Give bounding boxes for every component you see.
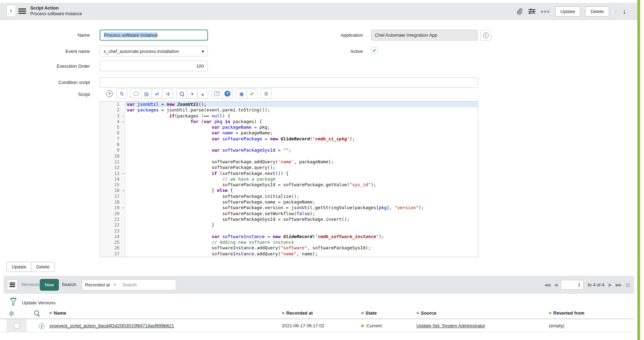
- event-name-select[interactable]: x_chef_automate.process.installation ▾: [100, 46, 208, 56]
- line-number: 21: [100, 217, 125, 222]
- code-line-18: 18 softwarePackage.name = packageName;: [100, 199, 478, 205]
- record-name-subtitle: Process software Instance: [30, 11, 82, 17]
- line-number: 17: [100, 194, 125, 199]
- column-header-reverted-from[interactable]: ≡Reverted from: [549, 310, 584, 316]
- list-settings-gear-icon[interactable]: ⚙: [9, 310, 14, 317]
- filter-funnel-icon[interactable]: [10, 298, 17, 307]
- header-update-button[interactable]: Update: [555, 6, 581, 17]
- column-header-name[interactable]: ≡Name: [49, 310, 66, 316]
- name-input[interactable]: Process software Instance: [100, 30, 208, 41]
- comment-button[interactable]: [130, 89, 141, 99]
- replace-all-icon: ⇉: [166, 91, 170, 96]
- column-header-recorded-at[interactable]: ≡Recorded at: [282, 310, 313, 316]
- code-fold-icon[interactable]: ▾: [122, 119, 124, 125]
- comment-icon: [134, 92, 138, 96]
- previous-record-icon[interactable]: ↑: [614, 7, 618, 16]
- collapse-list-icon[interactable]: ⊟: [625, 282, 630, 288]
- column-menu-icon: ≡: [416, 310, 419, 316]
- search-icon: [180, 92, 184, 96]
- personalize-form-icon[interactable]: [528, 8, 536, 15]
- code-fold-icon[interactable]: ▾: [122, 114, 124, 119]
- back-button[interactable]: ‹: [6, 5, 16, 17]
- line-number: 1: [100, 102, 125, 107]
- search-column-select[interactable]: Recorded at ▼: [82, 279, 119, 290]
- script-code-editor[interactable]: 1var jsonUtil = new JsonUtil();2var pack…: [100, 101, 478, 257]
- condition-script-label: Condition script: [11, 80, 90, 85]
- replace-button[interactable]: ⇄: [151, 89, 162, 99]
- line-number: 8: [100, 142, 125, 147]
- first-page-icon[interactable]: ◀◀: [544, 282, 550, 287]
- line-number: 23: [100, 228, 125, 234]
- line-number: 12: [100, 165, 125, 170]
- code-fold-icon[interactable]: ▾: [122, 171, 124, 177]
- code-text: var packages = jsonUtil.parse(event.parm…: [125, 107, 478, 113]
- code-fold-icon[interactable]: ▾: [122, 188, 124, 194]
- syntax-check-icon: ✔: [250, 91, 254, 96]
- more-options-icon[interactable]: ooo: [541, 9, 550, 13]
- form-header-bar: ‹ Script Action Process software Instanc…: [0, 3, 637, 20]
- condition-script-input[interactable]: [100, 77, 478, 88]
- code-line-23: 23: [100, 228, 478, 234]
- next-record-icon[interactable]: ↓: [623, 7, 626, 16]
- script-help-icon[interactable]: ?: [106, 90, 113, 97]
- replace-all-button[interactable]: ⇉: [162, 89, 173, 99]
- footer-delete-button[interactable]: Delete: [31, 262, 55, 272]
- column-header-source[interactable]: ≡Source: [416, 310, 436, 316]
- execution-order-input[interactable]: 100: [100, 61, 208, 71]
- line-number: 24: [100, 234, 125, 239]
- versions-search-input[interactable]: [119, 279, 176, 290]
- find-next-button[interactable]: ▾: [187, 89, 198, 99]
- attachment-icon[interactable]: [516, 8, 523, 15]
- row-range-text: to 4 of 4: [588, 282, 604, 287]
- new-version-button[interactable]: New: [40, 279, 59, 291]
- next-page-icon[interactable]: ▶: [608, 282, 611, 287]
- code-text: [125, 142, 478, 147]
- footer-update-button[interactable]: Update: [6, 262, 32, 272]
- line-number: 15: [100, 182, 125, 188]
- script-label: Script: [11, 92, 90, 97]
- row-info-icon[interactable]: i: [39, 323, 45, 329]
- form-context-menu-icon[interactable]: [18, 7, 26, 15]
- save-button[interactable]: ▣: [236, 89, 247, 99]
- window-accent-strip: [637, 0, 640, 340]
- code-line-13: 13▾ if (softwarePackage.next()) {: [100, 171, 478, 176]
- line-number: 2: [100, 107, 125, 113]
- format-script-button[interactable]: ⇅: [116, 89, 127, 99]
- code-text: // Adding new software instance: [125, 239, 478, 245]
- list-context-menu-button[interactable]: [7, 279, 18, 290]
- previous-page-icon[interactable]: ◀: [554, 282, 557, 287]
- last-page-icon[interactable]: ▶▶: [615, 282, 621, 287]
- line-number: 14: [100, 176, 125, 182]
- debug-button[interactable]: ⚙: [261, 89, 272, 99]
- format-script-icon: ⇅: [120, 91, 124, 96]
- column-header-state[interactable]: ≡State: [361, 310, 377, 316]
- code-text: var softwarePackageSysId = "";: [125, 147, 478, 153]
- column-menu-icon: ≡: [549, 310, 552, 316]
- application-info-button[interactable]: i: [480, 30, 491, 41]
- row-checkbox[interactable]: [14, 323, 19, 328]
- code-text: } else {: [125, 188, 478, 193]
- name-value-selected-text: Process software Instance: [104, 32, 157, 38]
- code-line-24: 24 var softwareInstance = new GlideRecor…: [100, 234, 478, 239]
- line-number: 9: [100, 147, 125, 153]
- find-previous-button[interactable]: ▴: [197, 89, 208, 99]
- code-line-9: 9 var softwarePackageSysId = "";: [100, 147, 478, 153]
- line-number: 13▾: [100, 171, 125, 176]
- code-fold-icon[interactable]: ▾: [122, 205, 124, 211]
- help-button[interactable]: ?: [222, 89, 233, 99]
- list-search-icon[interactable]: [34, 310, 39, 316]
- code-text: var softwarePackage = new GlideRecord('c…: [125, 136, 478, 142]
- active-checkbox[interactable]: ✓: [371, 47, 378, 54]
- code-text: softwarePackage.query();: [125, 165, 478, 170]
- code-line-12: 12 softwarePackage.query();: [100, 165, 478, 170]
- search-button[interactable]: [176, 89, 187, 99]
- syntax-check-button[interactable]: ✔: [247, 89, 258, 99]
- page-number-input[interactable]: [561, 280, 583, 290]
- row-name-link[interactable]: sysevent_script_action_8acd4f2d2f303010f…: [49, 323, 174, 328]
- header-delete-button[interactable]: Delete: [585, 6, 609, 17]
- search-label: Search: [62, 282, 76, 287]
- breadcrumb[interactable]: Update Versions: [22, 300, 55, 305]
- row-source-link[interactable]: Update Set: System Administrator: [416, 323, 485, 328]
- format-lines-button[interactable]: ▤: [141, 89, 152, 99]
- open-window-button[interactable]: ↗: [211, 89, 222, 99]
